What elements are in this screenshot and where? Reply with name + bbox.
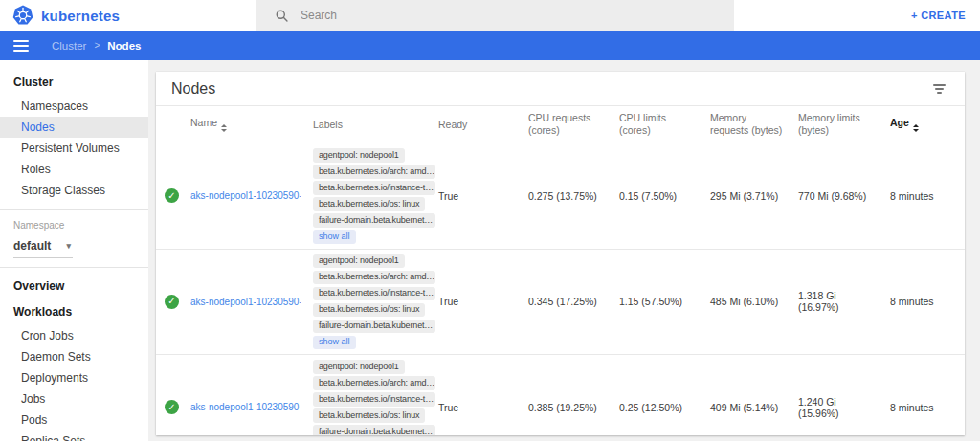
column-age-label: Age [890,117,909,128]
node-memory-limits-cell: 770 Mi (9.68%) [792,143,884,250]
node-memory-limits-cell: 1.240 Gi (15.96%) [792,355,884,436]
column-status [156,106,185,143]
sidebar-heading-workloads[interactable]: Workloads [0,299,148,325]
create-button[interactable]: + CREATE [911,10,980,21]
breadcrumb-nodes: Nodes [107,40,141,52]
label-chip: beta.kubernetes.io/arch: amd… [313,376,435,390]
node-memory-requests-cell: 485 Mi (6.10%) [704,249,792,355]
search-placeholder: Search [301,9,337,22]
column-memory-requests: Memory requests (bytes) [704,106,792,143]
node-age-cell: 8 minutes [884,249,965,355]
node-cpu-requests-cell: 0.385 (19.25%) [523,355,613,436]
breadcrumb-cluster[interactable]: Cluster [52,40,86,52]
sidebar-item-daemon-sets[interactable]: Daemon Sets [0,346,148,367]
sort-icon [221,124,227,132]
node-ready-cell: True [433,355,523,436]
node-name-link[interactable]: aks-nodepool1-10230590-vm… [190,402,301,412]
sidebar-item-roles[interactable]: Roles [0,159,148,180]
search-input[interactable]: Search [256,0,734,31]
main-panel: Nodes Name Labels [148,60,980,441]
sidebar: Cluster Namespaces Nodes Persistent Volu… [0,60,148,441]
node-name-link[interactable]: aks-nodepool1-10230590-vm… [190,190,301,201]
namespace-label: Namespace [0,212,148,232]
show-all-button[interactable]: show all [313,230,356,244]
chevron-down-icon: ▾ [66,241,71,251]
label-chip: failure-domain.beta.kubernet… [313,425,435,435]
kubernetes-logo-icon [12,5,33,26]
node-cpu-limits-cell: 0.25 (12.50%) [613,355,704,436]
label-chip: beta.kubernetes.io/arch: amd… [313,271,435,285]
status-ok-icon: ✓ [165,188,179,203]
breadcrumb-bar: Cluster > Nodes [0,31,980,60]
label-chip: beta.kubernetes.io/os: linux [313,303,425,318]
column-cpu-limits: CPU limits (cores) [613,106,704,143]
sidebar-item-persistent-volumes[interactable]: Persistent Volumes [0,138,148,159]
node-ready-cell: True [433,249,523,355]
label-chip: beta.kubernetes.io/instance-t… [313,181,435,195]
node-memory-requests-cell: 295 Mi (3.71%) [704,143,792,250]
sidebar-item-jobs[interactable]: Jobs [0,388,148,409]
node-cpu-requests-cell: 0.345 (17.25%) [523,249,613,355]
label-chip: beta.kubernetes.io/instance-t… [313,287,435,301]
sidebar-divider [0,267,148,268]
label-chip: agentpool: nodepool1 [313,148,405,163]
node-labels-cell: agentpool: nodepool1 beta.kubernetes.io/… [307,249,433,355]
node-age-cell: 8 minutes [884,143,965,250]
sidebar-item-nodes[interactable]: Nodes [0,117,148,138]
node-memory-requests-cell: 409 Mi (5.14%) [704,355,792,436]
sidebar-heading-cluster[interactable]: Cluster [0,66,148,96]
brand-wordmark: kubernetes [41,8,120,24]
table-row: ✓ aks-nodepool1-10230590-vm… agentpool: … [156,249,965,355]
namespace-select[interactable]: default ▾ [13,236,73,258]
top-header-bar: kubernetes Search + CREATE [0,0,980,31]
sidebar-item-overview[interactable]: Overview [0,270,148,299]
label-chip: beta.kubernetes.io/os: linux [313,408,425,423]
menu-hamburger-icon[interactable] [13,40,29,52]
column-ready: Ready [433,106,523,143]
label-chip: agentpool: nodepool1 [313,254,405,269]
sidebar-item-cron-jobs[interactable]: Cron Jobs [0,325,148,346]
show-all-button[interactable]: show all [313,336,356,350]
node-status-cell: ✓ [156,249,185,355]
node-cpu-limits-cell: 1.15 (57.50%) [613,249,704,355]
sidebar-divider [0,209,148,210]
status-ok-icon: ✓ [165,400,179,414]
label-chip: beta.kubernetes.io/instance-t… [313,392,435,407]
column-age[interactable]: Age [884,106,965,143]
table-row: ✓ aks-nodepool1-10230590-vm… agentpool: … [156,355,965,436]
filter-icon[interactable] [929,80,949,98]
sidebar-item-pods[interactable]: Pods [0,409,148,430]
card-title: Nodes [171,80,215,98]
label-chip: beta.kubernetes.io/arch: amd… [313,165,435,179]
sidebar-item-deployments[interactable]: Deployments [0,367,148,388]
node-name-link[interactable]: aks-nodepool1-10230590-vm… [190,297,301,307]
node-memory-limits-cell: 1.318 Gi (16.97%) [792,249,884,355]
sidebar-item-namespaces[interactable]: Namespaces [0,96,148,117]
sort-icon [913,124,919,132]
column-name-label: Name [190,117,217,128]
table-row: ✓ aks-nodepool1-10230590-vm… agentpool: … [156,143,965,250]
nodes-card-header: Nodes [156,72,965,106]
node-status-cell: ✓ [156,355,185,436]
search-icon [275,9,289,23]
kubernetes-brand[interactable]: kubernetes [0,5,120,26]
node-labels-cell: agentpool: nodepool1 beta.kubernetes.io/… [307,355,433,436]
sidebar-item-replica-sets[interactable]: Replica Sets [0,430,148,441]
column-name[interactable]: Name [185,106,307,143]
breadcrumb-separator: > [94,40,100,51]
breadcrumb: Cluster > Nodes [52,40,141,52]
node-labels-cell: agentpool: nodepool1 beta.kubernetes.io/… [307,143,433,250]
label-chip: failure-domain.beta.kubernet… [313,213,435,228]
column-memory-limits: Memory limits (bytes) [792,106,884,143]
node-cpu-limits-cell: 0.15 (7.50%) [613,143,704,250]
namespace-selected-value: default [13,239,51,253]
app: kubernetes Search + CREATE Cluster > Nod… [0,0,980,441]
nodes-table: Name Labels Ready CPU requests (cores) C… [156,106,965,435]
status-ok-icon: ✓ [165,295,179,309]
sidebar-item-storage-classes[interactable]: Storage Classes [0,180,148,201]
node-status-cell: ✓ [156,143,185,250]
column-cpu-requests: CPU requests (cores) [523,106,613,143]
node-cpu-requests-cell: 0.275 (13.75%) [523,143,613,250]
label-chip: beta.kubernetes.io/os: linux [313,197,425,211]
column-labels: Labels [307,106,433,143]
